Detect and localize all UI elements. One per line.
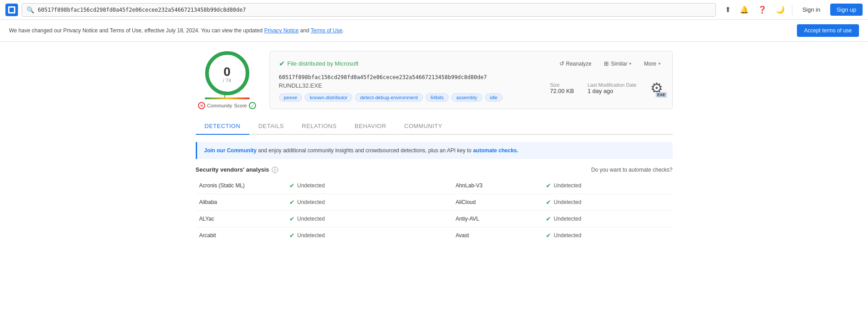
table-row: Acronis (Static ML)✔UndetectedAhnLab-V3✔… [196,177,673,194]
accept-terms-button[interactable]: Accept terms of use [797,24,859,37]
community-positive-icon: ✓ [249,102,256,109]
vendor-name-left: Acronis (Static ML) [196,177,286,194]
check-circle-icon: ✔ [279,59,285,68]
vendor-status-right: ✔Undetected [542,194,673,211]
more-chevron-icon: ▾ [658,61,661,66]
check-icon: ✔ [289,232,295,239]
vendors-section: Security vendors' analysis i Do you want… [187,166,682,244]
vendors-info-icon[interactable]: i [272,167,278,173]
terms-link[interactable]: Terms of Use [310,27,342,34]
vendor-status-left: ✔Undetected [286,211,416,227]
exe-badge: EXE [656,92,666,97]
main-content: 0 / 74 ✕ Community Score ✓ ✔ File d [187,42,682,244]
meta-size: Size 72.00 KB [550,82,574,94]
logo[interactable] [5,4,18,16]
search-icon: 🔍 [27,6,34,13]
check-icon: ✔ [289,182,295,189]
topbar-divider [792,4,792,15]
tag-64bits[interactable]: 64bits [426,93,449,102]
privacy-notice: We have changed our Privacy Notice and T… [0,20,868,42]
tabs-bar: DETECTIONDETAILSRELATIONSBEHAVIORCOMMUNI… [196,118,673,135]
theme-icon[interactable]: 🌙 [774,4,787,16]
score-denominator: / 74 [223,78,231,83]
notifications-icon[interactable]: 🔔 [738,4,751,16]
file-name: RUNDLL32.EXE [279,82,537,89]
table-row: Alibaba✔UndetectedAliCloud✔Undetected [196,194,673,211]
tab-community[interactable]: COMMUNITY [395,118,451,135]
score-panel: 0 / 74 ✕ Community Score ✓ [196,51,259,109]
vendor-name-right: AhnLab-V3 [452,177,542,194]
automate-link: Do you want to automate checks? [591,167,673,173]
vendor-name-right: AliCloud [452,194,542,211]
detection-content: Join our Community and enjoy additional … [187,142,682,244]
check-icon: ✔ [546,182,551,189]
info-top: ✔ File distributed by Microsoft ↺ Reanal… [279,58,663,69]
vendor-name-right: Avast [452,227,542,244]
community-banner: Join our Community and enjoy additional … [196,142,673,159]
automate-checks-link[interactable]: automate checks. [473,147,518,154]
privacy-link[interactable]: Privacy Notice [264,27,299,34]
meta-last-mod: Last Modification Date 1 day ago [588,82,637,94]
vendors-header: Security vendors' analysis i Do you want… [196,166,673,173]
vendor-name-left: Alibaba [196,194,286,211]
topbar-actions: ⬆ 🔔 ❓ 🌙 Sign in Sign up [723,4,863,16]
score-value: 0 [224,65,231,79]
more-button[interactable]: More ▾ [641,59,663,69]
check-icon: ✔ [546,232,551,239]
check-icon: ✔ [289,215,295,222]
privacy-text: We have changed our Privacy Notice and T… [9,27,344,34]
search-input[interactable] [38,7,711,13]
tags-row: peexeknown-distributordetect-debug-envir… [279,93,537,102]
similar-button[interactable]: ⊞ Similar ▾ [601,58,634,69]
table-row: ALYac✔UndetectedAntiy-AVL✔Undetected [196,211,673,227]
score-circle: 0 / 74 [205,51,250,96]
vendor-status-right: ✔Undetected [542,177,673,194]
tag-assembly[interactable]: assembly [451,93,482,102]
community-negative-icon: ✕ [198,102,205,109]
file-distributed-label: ✔ File distributed by Microsoft [279,59,359,68]
check-icon: ✔ [546,215,551,222]
vendor-status-right: ✔Undetected [542,227,673,244]
check-icon: ✔ [546,199,551,206]
join-community-link[interactable]: Join our Community [204,147,257,154]
signin-button[interactable]: Sign in [798,4,825,16]
vendor-name-left: Arcabit [196,227,286,244]
vendor-table: Acronis (Static ML)✔UndetectedAhnLab-V3✔… [196,177,673,244]
vendor-status-right: ✔Undetected [542,211,673,227]
community-score-row: ✕ Community Score ✓ [198,102,256,109]
tab-details[interactable]: DETAILS [249,118,293,135]
upload-icon[interactable]: ⬆ [723,4,733,16]
top-section: 0 / 74 ✕ Community Score ✓ ✔ File d [187,51,682,109]
reanalyze-icon: ↺ [559,60,564,67]
tab-relations[interactable]: RELATIONS [293,118,346,135]
vendors-title: Security vendors' analysis i [196,166,279,173]
tag-detect-debug-environment[interactable]: detect-debug-environment [355,93,423,102]
tab-detection[interactable]: DETECTION [196,118,250,135]
vendor-name-right: Antiy-AVL [452,211,542,227]
check-icon: ✔ [289,199,295,206]
info-panel: ✔ File distributed by Microsoft ↺ Reanal… [270,51,673,109]
score-label: Score [234,103,247,108]
vendor-status-left: ✔Undetected [286,194,416,211]
tag-idle[interactable]: idle [485,93,503,102]
community-label: Community [207,103,232,108]
info-meta: Size 72.00 KB Last Modification Date 1 d… [550,80,663,97]
reanalyze-button[interactable]: ↺ Reanalyze [557,58,594,69]
vendor-name-left: ALYac [196,211,286,227]
tab-behavior[interactable]: BEHAVIOR [346,118,395,135]
vendor-status-left: ✔Undetected [286,177,416,194]
tag-peexe[interactable]: peexe [279,93,302,102]
score-bar [205,97,250,99]
tag-known-distributor[interactable]: known-distributor [305,93,352,102]
help-icon[interactable]: ❓ [756,4,769,16]
file-hash: 60517f898bfac156cd298fd0a45f2e06cecee232… [279,74,537,80]
topbar: 🔍 ⬆ 🔔 ❓ 🌙 Sign in Sign up [0,0,868,20]
similar-icon: ⊞ [604,60,609,67]
table-row: Arcabit✔UndetectedAvast✔Undetected [196,227,673,244]
signup-button[interactable]: Sign up [830,4,863,16]
info-actions: ↺ Reanalyze ⊞ Similar ▾ More ▾ [557,58,663,69]
search-bar: 🔍 [22,3,716,17]
exe-icon: ⚙ EXE [650,80,663,97]
vendor-status-left: ✔Undetected [286,227,416,244]
similar-chevron-icon: ▾ [629,61,631,66]
